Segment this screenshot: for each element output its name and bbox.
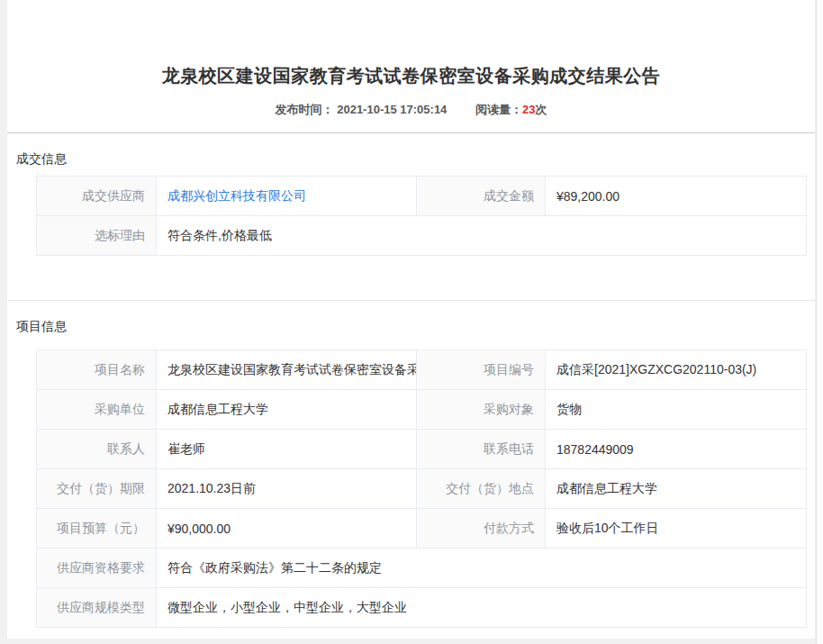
purchase-object-value: 货物 [546,390,807,430]
reason-value: 符合条件,价格最低 [157,216,807,256]
supplier-qualification-value: 符合《政府采购法》第二十二条的规定 [157,549,807,588]
table-row: 选标理由 符合条件,价格最低 [37,216,807,256]
scrollbar-track[interactable] [816,0,823,644]
table-row: 供应商规模类型 微型企业，小型企业，中型企业，大型企业 [37,588,807,628]
project-number-label: 项目编号 [417,350,546,390]
table-row: 项目名称 龙泉校区建设国家教育考试试卷保密室设备采购 项目编号 成信采[2021… [37,350,807,390]
supplier-label: 成交供应商 [37,177,157,216]
supplier-link[interactable]: 成都兴创立科技有限公司 [167,188,306,203]
page-title: 龙泉校区建设国家教育考试试卷保密室设备采购成交结果公告 [7,0,815,88]
project-info-section: 项目信息 项目名称 龙泉校区建设国家教育考试试卷保密室设备采购 项目编号 成信采… [7,301,815,628]
reason-label: 选标理由 [37,216,157,256]
announcement-header: 龙泉校区建设国家教育考试试卷保密室设备采购成交结果公告 发布时间： 2021-1… [7,0,815,133]
deal-amount-value: ¥89,200.00 [546,177,807,216]
deal-info-section: 成交信息 成交供应商 成都兴创立科技有限公司 成交金额 ¥89,200.00 选… [7,133,815,300]
table-row: 交付（货）期限 2021.10.23日前 交付（货）地点 成都信息工程大学 [37,469,807,509]
delivery-deadline-value: 2021.10.23日前 [157,469,417,509]
supplier-scale-label: 供应商规模类型 [37,588,157,628]
contact-person-value: 崔老师 [157,430,417,469]
announcement-page: 龙泉校区建设国家教育考试试卷保密室设备采购成交结果公告 发布时间： 2021-1… [7,0,815,639]
budget-label: 项目预算（元） [37,509,157,549]
table-row: 供应商资格要求 符合《政府采购法》第二十二条的规定 [37,549,807,588]
purchaser-value: 成都信息工程大学 [157,390,417,430]
views-unit: 次 [535,103,547,116]
delivery-deadline-label: 交付（货）期限 [37,469,157,509]
table-row: 采购单位 成都信息工程大学 采购对象 货物 [37,390,807,430]
contact-phone-label: 联系电话 [417,430,546,469]
publish-time-value: 2021-10-15 17:05:14 [337,103,447,116]
deal-section-heading: 成交信息 [16,133,815,168]
table-row: 项目预算（元） ¥90,000.00 付款方式 验收后10个工作日 [37,509,807,549]
delivery-place-label: 交付（货）地点 [417,469,546,509]
meta-line: 发布时间： 2021-10-15 17:05:14 阅读量：23次 [7,102,815,118]
purchaser-label: 采购单位 [37,390,157,430]
delivery-place-value: 成都信息工程大学 [546,469,807,509]
purchase-object-label: 采购对象 [417,390,546,430]
contact-phone-value: 18782449009 [546,430,807,469]
table-row: 成交供应商 成都兴创立科技有限公司 成交金额 ¥89,200.00 [37,177,807,216]
views-count: 23 [522,103,535,116]
table-row: 联系人 崔老师 联系电话 18782449009 [37,430,807,469]
project-section-heading: 项目信息 [16,301,815,335]
deal-info-table: 成交供应商 成都兴创立科技有限公司 成交金额 ¥89,200.00 选标理由 符… [36,176,807,256]
project-name-value: 龙泉校区建设国家教育考试试卷保密室设备采购 [157,350,417,390]
payment-method-label: 付款方式 [417,509,546,549]
payment-method-value: 验收后10个工作日 [546,509,807,549]
supplier-scale-value: 微型企业，小型企业，中型企业，大型企业 [157,588,807,628]
supplier-qualification-label: 供应商资格要求 [37,549,157,588]
deal-amount-label: 成交金额 [417,177,546,216]
project-number-value: 成信采[2021]XGZXCG202110-03(J) [546,350,807,390]
budget-value: ¥90,000.00 [157,509,417,549]
project-info-table: 项目名称 龙泉校区建设国家教育考试试卷保密室设备采购 项目编号 成信采[2021… [36,349,807,628]
publish-time-label: 发布时间： [276,103,334,116]
project-name-label: 项目名称 [37,350,157,390]
views-label: 阅读量： [475,103,522,116]
contact-person-label: 联系人 [37,430,157,469]
